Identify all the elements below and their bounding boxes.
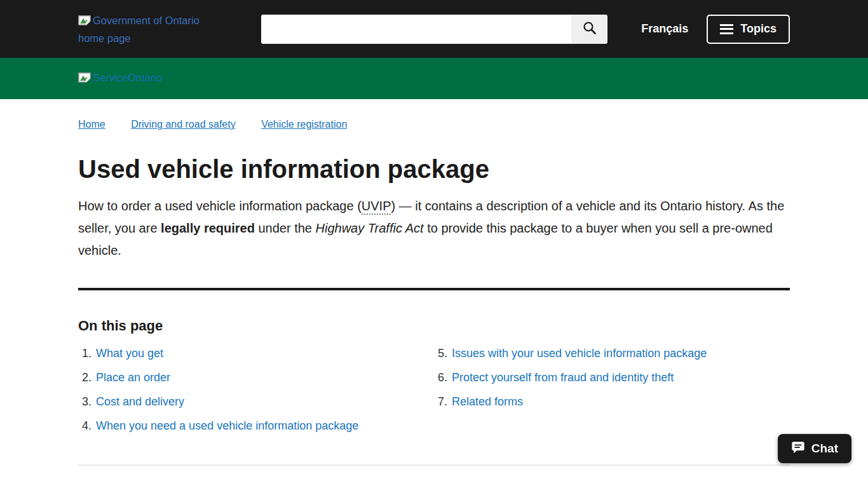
list-item: 4. When you need a used vehicle informat… <box>78 419 434 433</box>
chat-icon <box>791 440 805 458</box>
list-item: 6. Protect yourself from fraud and ident… <box>434 370 790 384</box>
list-item: 2. Place an order <box>78 370 434 384</box>
chat-button-label: Chat <box>811 442 838 456</box>
broken-image-icon <box>78 13 91 30</box>
search-button[interactable] <box>571 15 607 44</box>
link-issues-with-your-uvip[interactable]: Issues with your used vehicle informatio… <box>452 346 707 360</box>
footer-divider <box>78 464 790 466</box>
on-this-page-column-left: 1. What you get 2. Place an order 3. Cos… <box>78 346 434 443</box>
intro-text: under the <box>255 221 316 235</box>
link-cost-and-delivery[interactable]: Cost and delivery <box>96 395 184 409</box>
list-number: 7. <box>438 395 452 409</box>
topics-button-label: Topics <box>740 22 776 36</box>
serviceontario-home-link[interactable]: ServiceOntario <box>78 72 162 85</box>
page-title: Used vehicle information package <box>78 154 790 184</box>
search-bar <box>261 15 607 44</box>
intro-paragraph: How to order a used vehicle information … <box>78 195 790 262</box>
main-content: Home Driving and road safety Vehicle reg… <box>78 119 790 466</box>
breadcrumb: Home Driving and road safety Vehicle reg… <box>78 119 790 130</box>
search-icon <box>581 20 598 38</box>
link-what-you-get[interactable]: What you get <box>96 346 163 360</box>
breadcrumb-vehicle-registration[interactable]: Vehicle registration <box>261 119 347 130</box>
link-when-you-need-a-uvip[interactable]: When you need a used vehicle information… <box>96 419 358 433</box>
link-related-forms[interactable]: Related forms <box>452 395 523 409</box>
language-toggle-link[interactable]: Français <box>641 22 688 36</box>
list-item: 1. What you get <box>78 346 434 360</box>
on-this-page-list: 1. What you get 2. Place an order 3. Cos… <box>78 346 790 443</box>
list-item: 7. Related forms <box>434 395 790 409</box>
link-place-an-order[interactable]: Place an order <box>96 370 170 384</box>
link-protect-yourself-from-fraud[interactable]: Protect yourself from fraud and identity… <box>452 370 674 384</box>
ontario-home-link[interactable]: Government of Ontario home page <box>78 12 203 46</box>
list-item: 3. Cost and delivery <box>78 395 434 409</box>
intro-bold-text: legally required <box>161 221 255 235</box>
uvip-abbreviation[interactable]: UVIP <box>362 199 391 215</box>
breadcrumb-home[interactable]: Home <box>78 119 105 130</box>
list-number: 5. <box>438 346 452 360</box>
list-number: 4. <box>82 419 96 433</box>
list-number: 3. <box>82 395 96 409</box>
ontario-logo-alt-text: Government of Ontario home page <box>78 15 200 44</box>
list-item: 5. Issues with your used vehicle informa… <box>434 346 790 360</box>
menu-icon <box>720 24 733 34</box>
site-header: Government of Ontario home page Français… <box>0 0 868 58</box>
search-input[interactable] <box>261 15 571 44</box>
on-this-page-heading: On this page <box>78 318 790 334</box>
list-number: 2. <box>82 370 96 384</box>
breadcrumb-driving-and-road-safety[interactable]: Driving and road safety <box>131 119 236 130</box>
serviceontario-banner: ServiceOntario <box>0 58 868 99</box>
header-actions: Français Topics <box>641 15 790 44</box>
list-number: 6. <box>438 370 452 384</box>
serviceontario-logo-alt-text: ServiceOntario <box>93 72 162 83</box>
intro-text: How to order a used vehicle information … <box>78 199 362 213</box>
broken-image-icon <box>78 72 91 85</box>
topics-button[interactable]: Topics <box>707 15 790 44</box>
on-this-page-column-right: 5. Issues with your used vehicle informa… <box>434 346 790 443</box>
section-divider <box>78 288 790 290</box>
intro-italic-text: Highway Traffic Act <box>316 221 424 235</box>
list-number: 1. <box>82 346 96 360</box>
on-this-page-section: On this page 1. What you get 2. Place an… <box>78 318 790 443</box>
chat-button[interactable]: Chat <box>778 434 851 463</box>
